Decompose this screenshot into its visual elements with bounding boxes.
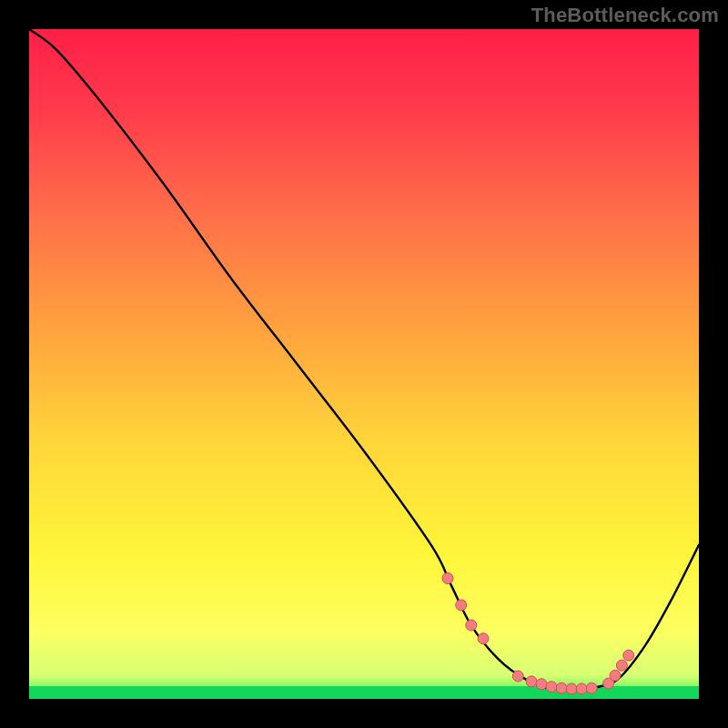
marker-point [576, 683, 587, 694]
marker-point [442, 573, 453, 584]
marker-point [478, 633, 489, 644]
plot-area [29, 29, 699, 699]
watermark-text: TheBottleneck.com [531, 4, 719, 27]
marker-point [586, 682, 597, 693]
marker-point [616, 660, 627, 671]
marker-point [623, 650, 634, 661]
marker-point [536, 679, 547, 690]
marker-point [456, 600, 467, 611]
marker-point [526, 676, 537, 687]
chart-overlay [29, 29, 699, 699]
marker-point [566, 683, 577, 694]
marker-point [512, 671, 523, 682]
chart-frame: TheBottleneck.com [0, 0, 728, 728]
marker-point [546, 682, 557, 693]
bottleneck-curve [29, 29, 699, 690]
marker-group [442, 573, 634, 694]
marker-point [610, 670, 621, 681]
marker-point [556, 682, 567, 693]
marker-point [466, 620, 477, 631]
